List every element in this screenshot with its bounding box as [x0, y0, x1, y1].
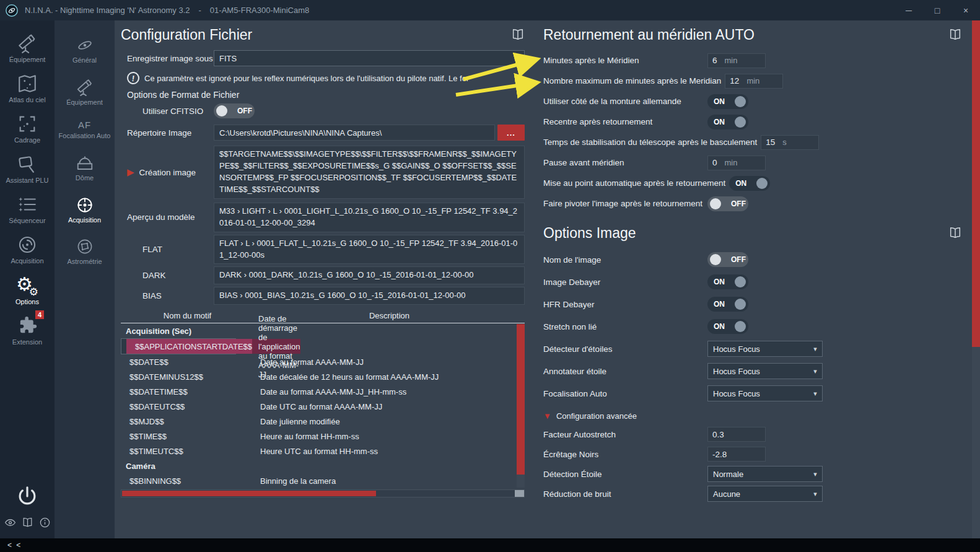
- sidebar-item-sky-atlas[interactable]: Atlas du ciel: [0, 68, 55, 108]
- hfr-debayer-toggle[interactable]: ON: [707, 297, 748, 312]
- chevron-down-icon: ▾: [808, 390, 822, 398]
- sidebar-item-equipment[interactable]: Équipement: [0, 28, 55, 68]
- noise-reduction-select[interactable]: Aucune ▾: [707, 486, 823, 502]
- black-clipping-input[interactable]: -2.8: [707, 447, 766, 462]
- sidebar-item-plugins[interactable]: 4 Extension: [0, 310, 55, 351]
- scrollbar-thumb[interactable]: [122, 491, 376, 496]
- scrollbar-thumb[interactable]: [517, 324, 525, 475]
- help-book-icon[interactable]: [948, 28, 962, 42]
- table-section-row: Acquisition (Sec): [121, 323, 517, 338]
- sidebar-item-framing[interactable]: Cadrage: [0, 108, 55, 149]
- bottom-bar: < <: [0, 538, 980, 552]
- max-minutes-after-meridian-input[interactable]: 12 min: [725, 74, 783, 89]
- star-detector-row: Détecteur d'étoiles Hocus Focus ▾: [543, 338, 962, 360]
- dark-preview-value: DARK › 0001_DARK_10.21s_G 1600_O 10_-15_…: [214, 266, 525, 284]
- table-row-selected[interactable]: $$APPLICATIONSTARTDATE$$ Date de démarra…: [121, 338, 236, 354]
- settle-time-row: Temps de stabilisation du télescope aprè…: [543, 132, 962, 152]
- file-pattern-row: ▶ Création image $$TARGETNAME$$\$$IMAGET…: [121, 146, 525, 199]
- subnav-item-imaging[interactable]: Acquisition: [55, 189, 115, 231]
- help-book-icon[interactable]: [511, 28, 525, 42]
- pattern-token-table: Nom du motif Description Acquisition (Se…: [121, 309, 525, 488]
- about-info-icon[interactable]: [39, 517, 51, 528]
- star-detector-select[interactable]: Hocus Focus ▾: [707, 341, 823, 357]
- minimize-button[interactable]: ─: [895, 0, 923, 20]
- sidebar-item-options[interactable]: ⚙ ⚙ Options: [0, 270, 55, 310]
- options-subnav: Général Équipement AF Focalisation Auto …: [55, 20, 115, 538]
- unlinked-stretch-toggle[interactable]: ON: [707, 319, 748, 334]
- minutes-after-meridian-input[interactable]: 6 min: [707, 53, 766, 68]
- save-format-row: Enregistrer image sous FITS ▾: [121, 50, 525, 66]
- debayer-toggle[interactable]: ON: [707, 274, 748, 289]
- help-book-icon[interactable]: [948, 226, 962, 240]
- cfitsio-toggle[interactable]: OFF: [214, 103, 255, 118]
- documentation-book-icon[interactable]: [22, 517, 33, 528]
- image-directory-input[interactable]: C:\Users\krotd\Pictures\NINA\NINA Captur…: [214, 125, 495, 141]
- column-header-name: Nom du motif: [121, 311, 254, 320]
- autofocus-engine-select[interactable]: Hocus Focus ▾: [707, 385, 823, 401]
- recenter-toggle[interactable]: ON: [707, 115, 748, 129]
- settle-time-input[interactable]: 15 s: [761, 135, 819, 150]
- bias-label: BIAS: [121, 291, 214, 300]
- star-sensitivity-select[interactable]: Normale ▾: [707, 466, 823, 482]
- browse-button[interactable]: ...: [497, 125, 525, 141]
- image-name-toggle[interactable]: OFF: [707, 252, 748, 267]
- table-row[interactable]: $$DATE$$ Date au format AAAA-MM-JJ: [121, 354, 517, 369]
- close-button[interactable]: ×: [952, 0, 980, 20]
- file-pattern-input[interactable]: $$TARGETNAME$$\$$IMAGETYPE$$\$$FILTER$$\…: [214, 146, 525, 199]
- subnav-item-autofocus[interactable]: AF Focalisation Auto: [55, 113, 115, 147]
- af-icon: AF: [78, 120, 91, 130]
- save-format-select[interactable]: FITS ▾: [214, 50, 525, 66]
- power-icon: [15, 484, 39, 508]
- table-row[interactable]: $$MJD$$ Date julienne modifiée: [121, 414, 517, 429]
- max-minutes-after-meridian-row: Nombre maximum de minutes après le Merid…: [543, 71, 962, 91]
- table-body: Acquisition (Sec) $$APPLICATIONSTARTDATE…: [121, 323, 525, 488]
- table-row[interactable]: $$BINNING$$ Binning de la camera: [121, 473, 517, 488]
- star-annotator-select[interactable]: Hocus Focus ▾: [707, 363, 823, 379]
- scrollbar-thumb[interactable]: [972, 20, 980, 347]
- sidebar-item-flat-wizard[interactable]: Assistant PLU: [0, 149, 55, 189]
- table-vertical-scrollbar[interactable]: [517, 324, 525, 488]
- table-row[interactable]: $$DATEUTC$$ Date UTC au format AAAA-MM-J…: [121, 399, 517, 414]
- autostretch-factor-row: Facteur Autostretch 0.3: [543, 424, 962, 444]
- telescope-icon: [76, 78, 94, 97]
- warning-text: Ce paramètre est ignoré pour les reflex …: [144, 74, 469, 83]
- page-vertical-scrollbar[interactable]: [972, 20, 980, 538]
- table-row[interactable]: $$TIME$$ Heure au format HH-mm-ss: [121, 429, 517, 444]
- subnav-item-general[interactable]: Général: [55, 29, 115, 71]
- maximize-button[interactable]: □: [923, 0, 952, 20]
- flat-label: FLAT: [121, 245, 214, 254]
- noise-reduction-row: Réduction de bruit Aucune ▾: [543, 484, 962, 504]
- format-warning: ! Ce paramètre est ignoré pour les refle…: [121, 70, 525, 86]
- table-row[interactable]: $$TIMEUTC$$ Heure UTC au format HH-mm-ss: [121, 444, 517, 458]
- sidebar-item-imaging[interactable]: Acquisition: [0, 229, 55, 269]
- sidebar-item-sequencer[interactable]: Séquenceur: [0, 189, 55, 229]
- toggle-knob: [735, 116, 746, 128]
- dome-icon: [76, 154, 94, 172]
- profiles-eye-icon[interactable]: [4, 517, 16, 528]
- pattern-preview-row: Aperçu du modèle M33 › LIGHT › L › 0001_…: [121, 203, 525, 232]
- subnav-item-equipment[interactable]: Équipement: [55, 71, 115, 113]
- save-format-label: Enregistrer image sous: [121, 54, 214, 63]
- meridian-options-panel: Retournement au méridien AUTO Minutes ap…: [543, 24, 962, 504]
- table-row[interactable]: $$DATETIME$$ Date au format AAAA-MM-JJ_H…: [121, 384, 517, 399]
- file-pattern-label: Création image: [139, 168, 196, 177]
- autofocus-after-flip-toggle[interactable]: ON: [729, 176, 770, 191]
- subnav-item-dome[interactable]: Dôme: [55, 147, 115, 189]
- bias-preview-value: BIAS › 0001_BIAS_10.21s_G 1600_O 10_-15_…: [214, 287, 525, 305]
- image-directory-row: Répertoire Image C:\Users\krotd\Pictures…: [121, 125, 525, 141]
- format-options-heading: Options de Format de Fichier: [121, 90, 525, 100]
- autostretch-factor-input[interactable]: 0.3: [707, 427, 766, 442]
- table-horizontal-scrollbar[interactable]: [121, 489, 525, 497]
- image-name-row: Nom de l'image OFF: [543, 248, 962, 271]
- subnav-item-astrometry[interactable]: Astrométrie: [55, 230, 115, 273]
- plugin-count-badge: 4: [35, 310, 44, 319]
- collapse-sidebar-button[interactable]: < <: [7, 541, 22, 550]
- pause-before-meridian-row: Pause avant méridien 0 min: [543, 152, 962, 173]
- table-row[interactable]: $$DATEMINUS12$$ Date décalée de 12 heurs…: [121, 369, 517, 384]
- rotate-image-toggle[interactable]: OFF: [707, 196, 748, 211]
- gem-side-toggle[interactable]: ON: [707, 94, 748, 109]
- power-button[interactable]: [15, 484, 39, 508]
- camera-aperture-icon: [76, 196, 94, 214]
- pause-before-meridian-input[interactable]: 0 min: [707, 156, 766, 170]
- advanced-config-expander[interactable]: ▼ Configuration avancée: [543, 407, 962, 424]
